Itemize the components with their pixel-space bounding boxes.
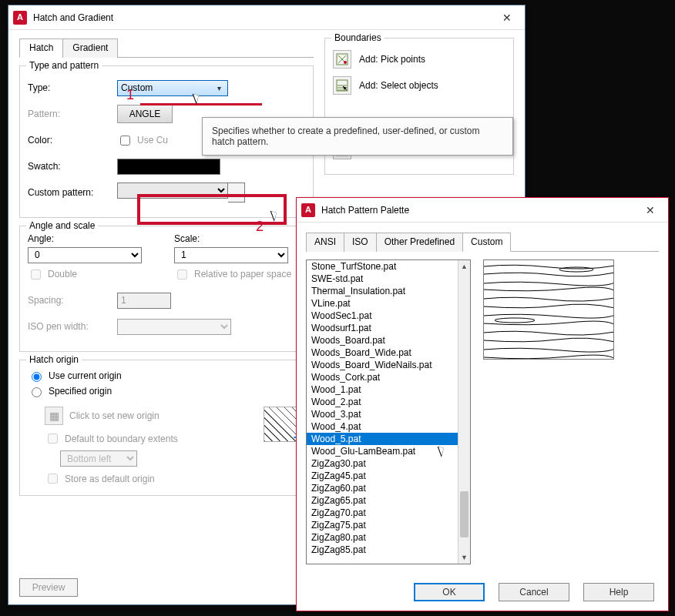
list-item[interactable]: Woods_Board.pat	[307, 334, 458, 346]
svg-point-4	[559, 267, 593, 272]
select-objects-icon	[333, 76, 351, 95]
annotation-1-underline	[140, 103, 262, 105]
preview-button: Preview	[19, 578, 78, 597]
color-label: Color:	[28, 135, 117, 146]
add-select-objects[interactable]: Add: Select objects	[333, 74, 505, 97]
list-item[interactable]: Woods_Board_WideNails.pat	[307, 359, 458, 371]
annotation-2-box	[137, 194, 287, 225]
list-item[interactable]: Wood_1.pat	[307, 383, 458, 396]
svg-point-1	[344, 61, 347, 64]
tab-custom[interactable]: Custom	[462, 233, 511, 252]
relative-checkbox: Relative to paper space	[174, 267, 305, 282]
app-icon: A	[13, 11, 27, 25]
tab-gradient[interactable]: Gradient	[62, 38, 118, 58]
pattern-button[interactable]: ANGLE	[117, 105, 173, 123]
list-item[interactable]: Stone_TurfStone.pat	[307, 260, 458, 273]
use-current-checkbox[interactable]: Use Cu	[117, 133, 168, 148]
angle-label: Angle:	[28, 233, 159, 244]
list-item[interactable]: SWE-std.pat	[307, 273, 458, 285]
pattern-label: Pattern:	[28, 109, 117, 119]
iso-dropdown	[117, 319, 231, 335]
origin-preview-icon	[264, 407, 299, 442]
group-hatch-origin: Hatch origin Use current origin Specifie…	[19, 360, 314, 496]
list-item[interactable]: Wood_4.pat	[307, 420, 458, 433]
hatch-pattern-palette-dialog: A Hatch Pattern Palette ✕ ANSI ISO Other…	[296, 197, 669, 611]
radio-use-current[interactable]: Use current origin	[28, 370, 305, 382]
list-item[interactable]: WoodSec1.pat	[307, 310, 458, 322]
custom-pattern-label: Custom pattern:	[28, 187, 117, 198]
legend-boundaries: Boundaries	[331, 32, 385, 43]
list-item[interactable]: Wood_5.pat	[307, 433, 458, 445]
scroll-thumb[interactable]	[460, 491, 468, 537]
double-checkbox: Double	[28, 267, 159, 282]
palette-tabs: ANSI ISO Other Predefined Custom	[306, 232, 659, 252]
set-origin-icon: ▦	[45, 407, 63, 425]
spacing-input	[117, 293, 171, 309]
list-item[interactable]: ZigZag30.pat	[307, 457, 458, 470]
list-item[interactable]: Woodsurf1.pat	[307, 322, 458, 334]
scrollbar[interactable]: ▲ ▼	[458, 260, 470, 564]
list-item[interactable]: ZigZag45.pat	[307, 470, 458, 482]
scale-label: Scale:	[174, 233, 305, 244]
angle-dropdown[interactable]: 0	[28, 247, 142, 263]
click-set-origin: Click to set new origin	[69, 410, 160, 421]
list-item[interactable]: ZigZag80.pat	[307, 531, 458, 544]
svg-point-5	[495, 318, 535, 323]
legend-type-pattern: Type and pattern	[26, 60, 102, 71]
list-item[interactable]: Wood_2.pat	[307, 396, 458, 408]
list-item[interactable]: ZigZag85.pat	[307, 544, 458, 556]
annotation-2: 2	[256, 219, 264, 235]
list-item[interactable]: ZigZag75.pat	[307, 519, 458, 531]
list-item[interactable]: ZigZag60.pat	[307, 482, 458, 494]
close-icon[interactable]: ✕	[494, 8, 520, 28]
pattern-preview	[483, 259, 614, 360]
scroll-down-icon[interactable]: ▼	[458, 551, 470, 564]
list-item[interactable]: Thermal_Insulation.pat	[307, 285, 458, 297]
list-item[interactable]: Wood_Glu-LamBeam.pat	[307, 445, 458, 457]
store-default-checkbox: Store as default origin	[45, 471, 264, 486]
close-icon[interactable]: ✕	[637, 200, 663, 220]
use-current-input[interactable]	[120, 136, 130, 146]
tab-iso[interactable]: ISO	[344, 233, 377, 252]
palette-help-button[interactable]: Help	[583, 583, 654, 601]
radio-specified[interactable]: Specified origin	[28, 385, 305, 397]
group-angle-scale: Angle and scale Angle: 0 Scale: 1	[19, 226, 314, 352]
default-extents-checkbox: Default to boundary extents	[45, 431, 264, 446]
palette-cancel-button[interactable]: Cancel	[499, 583, 569, 601]
palette-titlebar[interactable]: A Hatch Pattern Palette ✕	[297, 198, 668, 223]
tab-hatch[interactable]: Hatch	[19, 38, 63, 58]
main-tabs: Hatch Gradient	[19, 38, 314, 58]
extents-position-dropdown: Bottom left	[60, 450, 137, 467]
type-value: Custom	[121, 82, 213, 93]
swatch-label: Swatch:	[28, 161, 117, 172]
pick-points-icon	[333, 50, 351, 69]
scroll-up-icon[interactable]: ▲	[458, 260, 470, 273]
titlebar[interactable]: A Hatch and Gradient ✕	[8, 5, 525, 30]
palette-ok-button[interactable]: OK	[414, 583, 485, 601]
tab-ansi[interactable]: ANSI	[306, 233, 344, 252]
type-tooltip: Specifies whether to create a predefined…	[202, 117, 513, 156]
legend-hatch-origin: Hatch origin	[26, 354, 82, 365]
app-icon: A	[301, 203, 315, 217]
type-label: Type:	[28, 82, 117, 93]
list-item[interactable]: VLine.pat	[307, 297, 458, 310]
swatch-preview[interactable]	[117, 159, 220, 175]
add-pick-points[interactable]: Add: Pick points	[333, 48, 505, 71]
tab-other[interactable]: Other Predefined	[376, 233, 463, 252]
iso-label: ISO pen width:	[28, 321, 117, 332]
list-item[interactable]: Woods_Board_Wide.pat	[307, 346, 458, 359]
spacing-label: Spacing:	[28, 295, 117, 306]
annotation-1: 1	[126, 87, 134, 103]
chevron-down-icon: ▾	[213, 84, 224, 92]
legend-angle-scale: Angle and scale	[26, 220, 98, 231]
scale-dropdown[interactable]: 1	[174, 247, 288, 263]
list-item[interactable]: Woods_Cork.pat	[307, 371, 458, 383]
pattern-listbox[interactable]: Stone_TurfStone.patSWE-std.patThermal_In…	[306, 259, 471, 564]
dialog-title: Hatch and Gradient	[33, 12, 494, 23]
palette-title: Hatch Pattern Palette	[321, 205, 637, 216]
list-item[interactable]: ZigZag65.pat	[307, 494, 458, 507]
list-item[interactable]: ZigZag70.pat	[307, 507, 458, 519]
list-item[interactable]: Wood_3.pat	[307, 408, 458, 420]
